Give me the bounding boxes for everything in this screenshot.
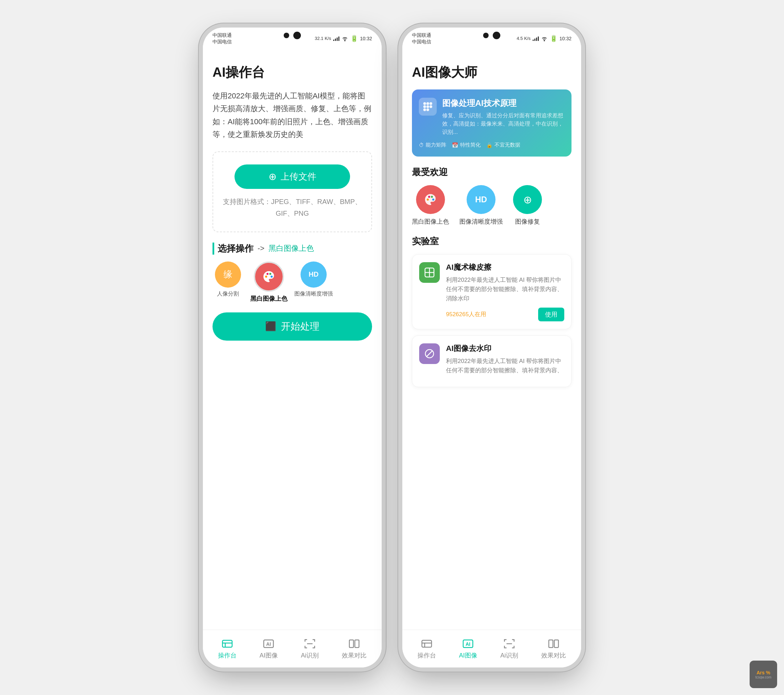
hd-text: HD <box>475 195 487 205</box>
speed: 32.1 K/s <box>315 36 331 41</box>
signal-icon-2 <box>533 36 539 41</box>
banner-tag2: 📅 特性简化 <box>452 142 481 148</box>
tool-item-color[interactable]: 黑白图像上色 <box>250 261 287 303</box>
carrier1: 中国联通 <box>212 32 232 38</box>
nav2-label-aitu: AI图像 <box>459 651 477 660</box>
lab-content-watermark: AI图像去水印 利用2022年最先进人工智能 AI 帮你将图片中任何不需要的部分… <box>446 343 564 379</box>
ai-image-icon-2: AI <box>463 639 473 649</box>
svg-point-1 <box>267 273 268 275</box>
popular-circle-color <box>416 185 445 214</box>
nav-icon-aitu: AI <box>262 638 275 649</box>
banner-tag3: 🔒 不宜无数据 <box>486 142 520 148</box>
nav-duibi[interactable]: 效果对比 <box>342 638 367 660</box>
tool-circle-mehua: 缘 <box>215 261 241 288</box>
svg-point-12 <box>423 102 426 105</box>
nav2-shibie[interactable]: Ai识别 <box>500 638 518 660</box>
watermark-icon <box>423 348 435 360</box>
popular-label-hd: 图像清晰度增强 <box>460 218 503 226</box>
tool-circle-hd: HD <box>301 261 327 288</box>
tool-item-hd[interactable]: HD 图像清晰度增强 <box>294 261 333 303</box>
page-title-1: AI操作台 <box>212 64 372 81</box>
recognize-icon <box>304 639 315 649</box>
repair-icon: ⊕ <box>523 194 532 206</box>
lab-icon-watermark <box>419 343 440 364</box>
popular-item-color[interactable]: 黑白图像上色 <box>412 185 449 226</box>
svg-point-23 <box>432 198 434 201</box>
wifi-icon <box>341 36 348 41</box>
svg-text:AI: AI <box>466 641 470 647</box>
nav-icon-caozuotai <box>221 638 234 649</box>
popular-row: 黑白图像上色 HD 图像清晰度增强 ⊕ 图像修复 <box>412 185 572 226</box>
camera-notch <box>284 31 301 39</box>
nav2-icon-duibi <box>547 638 560 649</box>
calendar-icon: 📅 <box>452 142 458 148</box>
nav-caozuotai[interactable]: 操作台 <box>218 638 237 660</box>
tool-label-color: 黑白图像上色 <box>250 294 287 303</box>
watermark-badge: Ars % tcsqw.com <box>749 660 777 688</box>
carrier2-2: 中国电信 <box>412 38 431 45</box>
nav-label-aitu: AI图像 <box>260 651 278 660</box>
eraser-icon <box>423 267 435 278</box>
svg-point-16 <box>427 105 429 108</box>
tools-row: 缘 人像分割 黑白图像上色 <box>212 261 372 303</box>
phone1-content: AI操作台 使用2022年最先进的人工智能AI模型，能将图片无损高清放大、增强画… <box>203 50 382 630</box>
nav2-icon-aitu: AI <box>461 638 474 649</box>
svg-text:AI: AI <box>266 641 271 647</box>
upload-label: 上传文件 <box>281 171 316 183</box>
lab-desc-watermark: 利用2022年最先进人工智能 AI 帮你将图片中任何不需要的部分智能擦除、填补背… <box>446 357 564 375</box>
battery-icon: 🔋 <box>351 35 358 42</box>
start-button[interactable]: ⬛ 开始处理 <box>212 312 372 341</box>
select-current: 黑白图像上色 <box>268 243 314 254</box>
banner-card[interactable]: 图像处理AI技术原理 修复、应为识别、通过分分后对面有常用追求差想效，高清提如：… <box>412 89 572 157</box>
tool-circle-color <box>254 261 284 292</box>
nav2-caozuotai[interactable]: 操作台 <box>417 638 436 660</box>
tool-item-mehua[interactable]: 缘 人像分割 <box>212 261 244 303</box>
svg-rect-10 <box>349 640 354 647</box>
camera-dot-2 <box>293 31 301 39</box>
lab-desc-eraser: 利用2022年最先进人工智能 AI 帮你将图片中任何不需要的部分智能擦除、填补背… <box>446 275 564 304</box>
camera-notch-2 <box>483 31 500 39</box>
speed-2: 4.5 K/s <box>517 36 530 41</box>
banner-tag1: ⏱ 能力矩阵 <box>419 142 446 148</box>
lab-use-btn-eraser[interactable]: 使用 <box>538 308 564 321</box>
nav2-duibi[interactable]: 效果对比 <box>541 638 566 660</box>
svg-point-3 <box>271 276 273 278</box>
svg-point-14 <box>430 102 432 105</box>
popular-item-hd[interactable]: HD 图像清晰度增强 <box>460 185 503 226</box>
popular-item-repair[interactable]: ⊕ 图像修复 <box>513 185 542 226</box>
phone2-content: AI图像大师 <box>402 50 581 630</box>
nav-label-shibie: Ai识别 <box>301 651 319 660</box>
svg-point-13 <box>427 102 429 105</box>
popular-circle-repair: ⊕ <box>513 185 542 214</box>
svg-point-17 <box>430 105 432 108</box>
popular-label-color: 黑白图像上色 <box>412 218 449 226</box>
carrier1-2: 中国联通 <box>412 32 431 38</box>
nav-icon-shibie <box>303 638 316 649</box>
nav2-icon-caozuotai <box>420 638 433 649</box>
svg-point-20 <box>427 198 429 201</box>
upload-button[interactable]: ⊕ 上传文件 <box>234 165 350 189</box>
nav-shibied[interactable]: Ai识别 <box>301 638 319 660</box>
banner-icon <box>419 98 437 116</box>
nav2-aitu[interactable]: AI AI图像 <box>459 638 477 660</box>
tool-icon-mehua: 缘 <box>224 268 232 281</box>
lab-card-watermark: AI图像去水印 利用2022年最先进人工智能 AI 帮你将图片中任何不需要的部分… <box>412 335 572 387</box>
lab-users-eraser: 9526265人在用 <box>446 310 486 318</box>
lab-title-watermark: AI图像去水印 <box>446 343 564 354</box>
svg-rect-35 <box>549 640 553 647</box>
arrow-icon: -> <box>257 244 264 253</box>
upload-box: ⊕ 上传文件 支持图片格式：JPEG、TIFF、RAW、BMP、GIF、PNG <box>212 151 372 232</box>
select-label: 选择操作 <box>212 243 254 254</box>
svg-rect-11 <box>355 640 359 647</box>
page-title-2: AI图像大师 <box>412 64 572 81</box>
lab-footer-eraser: 9526265人在用 使用 <box>446 308 564 321</box>
nav2-label-duibi: 效果对比 <box>541 651 566 660</box>
grid-icon <box>423 101 433 112</box>
recognize-icon-2 <box>504 639 515 649</box>
select-operation: 选择操作 -> 黑白图像上色 <box>212 243 372 254</box>
popular-circle-hd: HD <box>467 185 496 214</box>
nav-aitu[interactable]: AI AI图像 <box>260 638 278 660</box>
camera-dot-4 <box>493 31 500 39</box>
status-right-2: 4.5 K/s 🔋 10:32 <box>517 35 572 42</box>
colorize-icon-2 <box>423 193 437 206</box>
